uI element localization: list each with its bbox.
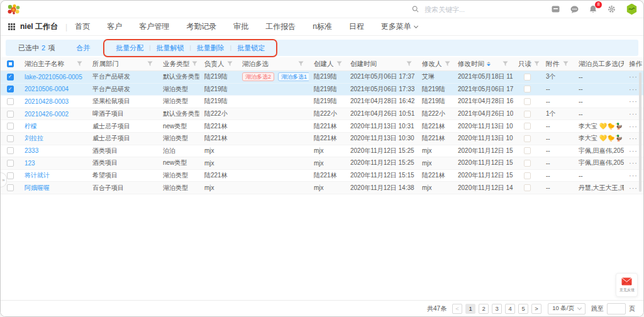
filter-icon[interactable] — [298, 61, 304, 67]
page-size-select[interactable]: 10 条/页 — [548, 303, 586, 314]
message-icon[interactable] — [570, 6, 579, 13]
batch-action-1[interactable]: 批量分配 — [116, 43, 143, 53]
sort-icon[interactable] — [487, 62, 491, 66]
filter-icon[interactable] — [445, 61, 450, 67]
row-checkbox[interactable]: ✓ — [7, 86, 14, 92]
cell-creator: 陆219陆 — [309, 97, 345, 106]
nav-item-4[interactable]: 考勤记录 — [186, 21, 216, 32]
filter-icon[interactable] — [147, 61, 153, 67]
settings-gear-icon[interactable] — [608, 5, 616, 13]
row-checkbox[interactable] — [7, 98, 14, 105]
readonly-checkbox[interactable] — [524, 147, 531, 154]
table-row[interactable]: 20210426-0002啤酒子项目默认业务类型陆222小陆222小2021年0… — [1, 108, 643, 121]
nav-item-7[interactable]: n标准 — [313, 21, 332, 32]
jump-page-input[interactable] — [607, 303, 626, 314]
notification-bell-icon[interactable]: 8 — [589, 5, 597, 13]
cell-name[interactable]: 20210426-0002 — [19, 111, 87, 118]
readonly-checkbox[interactable] — [524, 135, 531, 142]
readonly-checkbox[interactable] — [524, 123, 531, 130]
row-select-cell: ✓ — [1, 74, 19, 81]
merge-button[interactable]: 合并 — [76, 43, 90, 53]
cell-name[interactable]: 阿娥喔喔 — [19, 184, 87, 192]
nav-item-1[interactable]: 首页 — [75, 21, 90, 32]
cell-dept: 威士忌子项目 — [87, 122, 158, 131]
row-checkbox[interactable] — [7, 184, 14, 191]
next-page-button[interactable]: > — [531, 304, 541, 314]
cell-owner: 陆219陆 — [199, 85, 237, 94]
nav-item-5[interactable]: 审批 — [233, 21, 248, 32]
row-checkbox[interactable] — [7, 135, 14, 142]
readonly-checkbox[interactable] — [524, 160, 531, 167]
readonly-checkbox[interactable] — [524, 98, 531, 105]
cell-employees: -- — [574, 74, 624, 81]
app-grid-icon[interactable] — [8, 23, 15, 30]
batch-action-2[interactable]: 批量解锁 — [156, 43, 184, 53]
column-label-wrap: 负责人 — [204, 60, 225, 69]
nav-item-6[interactable]: 工作报告 — [265, 21, 296, 32]
row-checkbox[interactable] — [7, 172, 14, 179]
table-row[interactable]: 将计就计希望项目湖泊类型陆221林陆221林2020年11月12日 15:15陆… — [1, 170, 643, 182]
pagination-pages: 12345 — [465, 304, 528, 314]
readonly-checkbox[interactable] — [524, 172, 531, 179]
readonly-checkbox[interactable] — [524, 74, 531, 81]
table-row[interactable]: ✓lake-20210506-0005平台产品研发默认业务类型陆219陆湖泊多选… — [1, 71, 643, 84]
nav-item-2[interactable]: 客户 — [107, 21, 122, 32]
column-label: 湖泊主子名称 — [25, 60, 64, 69]
filter-icon[interactable] — [227, 61, 233, 67]
filter-icon[interactable] — [406, 61, 412, 67]
cell-name[interactable]: 123 — [19, 160, 87, 167]
cell-name[interactable]: 2333 — [19, 147, 87, 154]
batch-action-3[interactable]: 批量删除 — [197, 43, 225, 53]
filter-icon[interactable] — [336, 61, 342, 67]
table-row[interactable]: ✓20210506-0004平台产品研发湖泊类型陆219陆陆219陆2021年0… — [1, 84, 643, 96]
row-checkbox[interactable] — [7, 147, 14, 154]
nav-item-8[interactable]: 日程 — [349, 21, 364, 32]
page-button-1[interactable]: 1 — [465, 304, 475, 314]
filter-icon[interactable] — [502, 61, 508, 67]
cell-name[interactable]: 柠檬 — [19, 122, 87, 131]
table-row[interactable]: 阿娥喔喔百合子项目湖泊类型mjxmjx2020年11月12日 14:38mjx2… — [1, 182, 643, 194]
cell-name[interactable]: 20210506-0004 — [19, 86, 87, 92]
filter-icon[interactable] — [563, 61, 569, 67]
cell-name[interactable]: lake-20210506-0005 — [19, 74, 87, 81]
table-row[interactable]: 2333酒类项目泊泊mjxmjx2020年11月12日 15:25mjx2020… — [1, 145, 643, 158]
row-checkbox[interactable]: ✓ — [7, 74, 14, 81]
page-button-2[interactable]: 2 — [479, 304, 489, 314]
row-checkbox[interactable] — [7, 123, 14, 130]
prev-page-button[interactable]: < — [452, 304, 462, 314]
workspace-title[interactable]: niel 工作台 — [20, 21, 58, 32]
row-checkbox[interactable] — [7, 160, 14, 167]
cell-name[interactable]: 刘拉拉 — [19, 134, 87, 143]
user-avatar[interactable] — [626, 4, 637, 15]
table-row[interactable]: 刘拉拉威士忌子项目湖泊类型陆221林陆221林2020年11月13日 10:30… — [1, 133, 643, 145]
filter-icon[interactable] — [192, 61, 197, 67]
cell-dept: 平台产品研发 — [87, 85, 158, 94]
batch-action-4[interactable]: 批量锁定 — [237, 43, 265, 53]
page-button-5[interactable]: 5 — [518, 304, 528, 314]
page-button-4[interactable]: 4 — [505, 304, 515, 314]
select-all-checkbox[interactable] — [7, 60, 14, 67]
workbench-board-icon[interactable] — [552, 6, 560, 13]
cell-modifier: 陆221林 — [417, 122, 453, 131]
nav-more-menu[interactable]: 更多菜单 — [381, 21, 418, 32]
filter-icon[interactable] — [534, 61, 540, 67]
nav-item-3[interactable]: 客户管理 — [139, 21, 169, 32]
table-row[interactable]: 123酒类项目new类型mjxmjx2020年11月12日 15:25mjx20… — [1, 157, 643, 170]
readonly-checkbox[interactable] — [524, 184, 531, 191]
cell-name[interactable]: 将计就计 — [19, 171, 87, 180]
app-logo-icon[interactable] — [7, 4, 21, 15]
readonly-checkbox[interactable] — [524, 86, 531, 92]
page-button-3[interactable]: 3 — [492, 304, 502, 314]
search-input[interactable] — [423, 5, 497, 14]
batch-actions: 批量分配|批量解锁|批量删除|批量锁定 — [105, 43, 275, 53]
cell-name[interactable]: 20210428-0003 — [19, 98, 87, 105]
total-count: 共47条 — [427, 304, 447, 313]
readonly-checkbox[interactable] — [524, 111, 531, 118]
table-row[interactable]: 20210428-0003坚果松鼠项目湖泊类型陆219陆陆219陆2021年04… — [1, 96, 643, 108]
filter-icon[interactable] — [77, 61, 82, 67]
table-row[interactable]: 柠檬威士忌子项目new类型陆221林陆221林2020年11月13日 10:31… — [1, 120, 643, 133]
feedback-button[interactable]: 意见反馈 — [616, 273, 638, 297]
cell-attach: -- — [541, 160, 574, 167]
vertical-scrollbar[interactable] — [639, 72, 641, 192]
row-checkbox[interactable] — [7, 111, 14, 118]
